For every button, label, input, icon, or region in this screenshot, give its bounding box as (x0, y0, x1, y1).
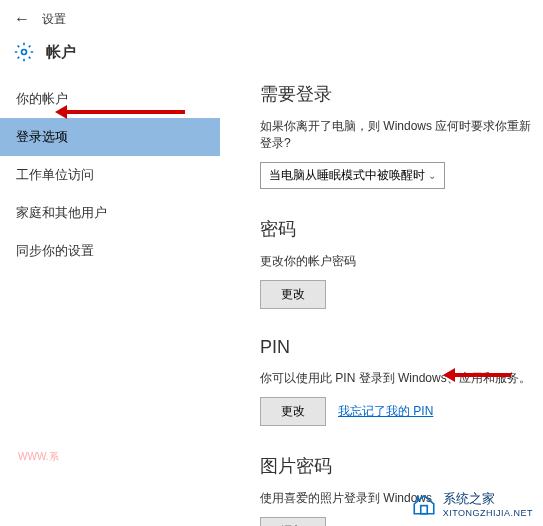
sidebar-item-signin-options[interactable]: 登录选项 (0, 118, 220, 156)
page-title: 帐户 (46, 43, 76, 62)
section-title-picture-password: 图片密码 (260, 454, 543, 478)
section-desc-require-signin: 如果你离开了电脑，则 Windows 应何时要求你重新登录? (260, 118, 543, 152)
content-area: 需要登录 如果你离开了电脑，则 Windows 应何时要求你重新登录? 当电脑从… (220, 74, 543, 526)
back-icon[interactable]: ← (14, 10, 30, 28)
sidebar-item-work-access[interactable]: 工作单位访问 (0, 156, 220, 194)
section-desc-password: 更改你的帐户密码 (260, 253, 543, 270)
header-settings-label: 设置 (42, 11, 66, 28)
require-signin-dropdown[interactable]: 当电脑从睡眠模式中被唤醒时 ⌄ (260, 162, 445, 189)
pin-forgot-link[interactable]: 我忘记了我的 PIN (338, 403, 433, 420)
section-title-password: 密码 (260, 217, 543, 241)
gear-icon (14, 42, 34, 62)
watermark-sub: XITONGZHIJIA.NET (443, 508, 533, 518)
annotation-arrow-sidebar (65, 110, 185, 114)
sidebar-item-sync-settings[interactable]: 同步你的设置 (0, 232, 220, 270)
password-change-button[interactable]: 更改 (260, 280, 326, 309)
annotation-arrow-pin (453, 373, 511, 377)
pin-change-button[interactable]: 更改 (260, 397, 326, 426)
watermark-text: 系统之家 (443, 490, 533, 508)
section-title-pin: PIN (260, 337, 543, 358)
svg-rect-1 (420, 506, 427, 514)
svg-point-0 (22, 50, 27, 55)
sidebar-item-family-users[interactable]: 家庭和其他用户 (0, 194, 220, 232)
picture-password-add-button[interactable]: 添加 (260, 517, 326, 526)
watermark-right: 系统之家 XITONGZHIJIA.NET (411, 490, 533, 518)
dropdown-value: 当电脑从睡眠模式中被唤醒时 (269, 167, 425, 184)
chevron-down-icon: ⌄ (428, 170, 436, 181)
section-title-require-signin: 需要登录 (260, 82, 543, 106)
watermark-logo-icon (411, 491, 437, 517)
watermark-left: WWW.系 (18, 450, 59, 464)
